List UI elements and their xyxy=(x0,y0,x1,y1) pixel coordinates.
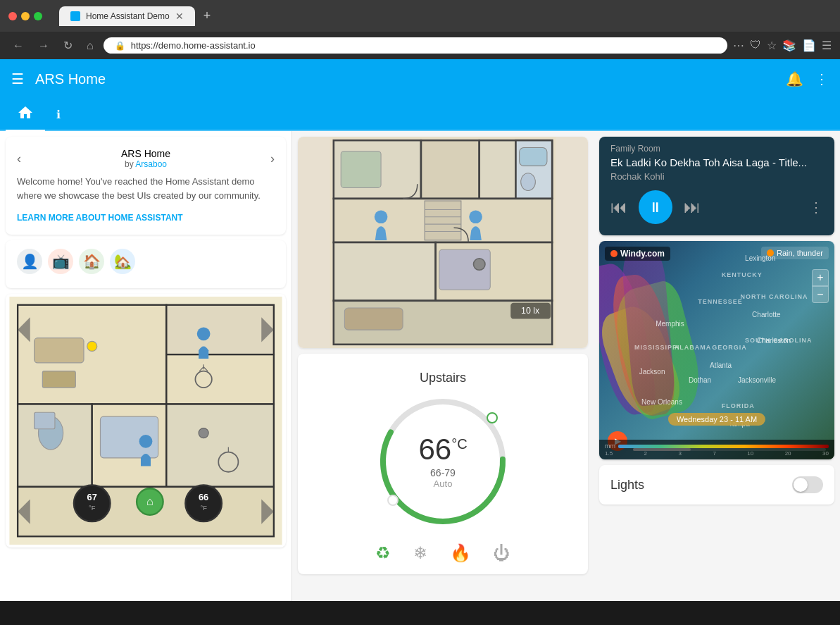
svg-point-54 xyxy=(375,210,388,223)
lights-toggle[interactable] xyxy=(792,476,823,493)
svg-point-56 xyxy=(473,259,485,271)
svg-rect-44 xyxy=(520,148,547,166)
active-tab[interactable]: Home Assistant Demo ✕ xyxy=(59,6,195,26)
info-card: ‹ ARS Home by Arsaboo › Welcome home! Yo… xyxy=(6,137,286,235)
left-floorplan-svg: 66 °F 67 °F ⌂ xyxy=(8,297,283,545)
svg-point-55 xyxy=(469,210,482,223)
learn-more-link[interactable]: LEARN MORE ABOUT HOME ASSISTANT xyxy=(17,213,183,223)
svg-rect-46 xyxy=(341,151,381,188)
topbar-actions: 🔔 ⋮ xyxy=(786,70,829,87)
nav-next-button[interactable]: › xyxy=(270,151,275,166)
close-window-button[interactable] xyxy=(8,12,17,20)
svg-text:⌂: ⌂ xyxy=(146,495,153,507)
region-georgia: GEORGIA xyxy=(712,344,747,351)
media-dashboard-icon[interactable]: 📺 xyxy=(48,249,73,274)
region-florida: FLORIDA xyxy=(722,402,755,409)
window-controls xyxy=(8,12,42,20)
svg-point-45 xyxy=(521,173,536,191)
thermostat-off-button[interactable]: ⏻ xyxy=(494,543,510,563)
dashboard-icon-list: 👤 📺 🏠 🏡 xyxy=(17,246,275,277)
city-lexington: Lexington xyxy=(745,254,775,262)
middle-panel: 10 lx Upstairs xyxy=(292,131,594,601)
city-charleston: Charleston xyxy=(757,337,791,345)
svg-point-62 xyxy=(487,413,497,423)
floorplan-image: 10 lx xyxy=(298,137,588,348)
media-play-pause-button[interactable]: ⏸ xyxy=(639,190,672,224)
hamburger-menu-button[interactable]: ☰ xyxy=(11,70,24,87)
windy-text: Windy.com xyxy=(620,249,665,259)
app: ☰ ARS Home 🔔 ⋮ ℹ ‹ ARS Home by Arsaboo xyxy=(0,59,840,601)
reload-button[interactable]: ↻ xyxy=(59,36,77,55)
home-dashboard-icon xyxy=(17,104,34,121)
windy-dot-icon xyxy=(610,250,618,257)
bookmarks-panel-icon[interactable]: 📚 xyxy=(782,39,796,52)
svg-point-15 xyxy=(87,341,97,351)
bookmark-icon[interactable]: ☆ xyxy=(767,39,777,52)
svg-text:°F: °F xyxy=(89,505,96,512)
svg-text:°F: °F xyxy=(200,505,207,512)
tab-home[interactable] xyxy=(6,99,45,130)
tab-info[interactable]: ℹ xyxy=(45,99,72,130)
legend-values: 1.5 2 3 7 10 20 30 xyxy=(605,450,829,457)
home-shield-dashboard-icon[interactable]: 🏠 xyxy=(79,249,104,274)
svg-rect-37 xyxy=(421,140,479,199)
region-nc: NORTH CAROLINA xyxy=(740,293,808,300)
new-tab-button[interactable]: + xyxy=(198,6,217,26)
person-dashboard-icon[interactable]: 👤 xyxy=(17,249,42,274)
right-panel: Family Room Ek Ladki Ko Dekha Toh Aisa L… xyxy=(594,131,840,601)
svg-point-16 xyxy=(199,428,208,438)
media-controls: ⏮ ⏸ ⏭ ⋮ xyxy=(599,190,834,235)
thermostat-cool-button[interactable]: ❄ xyxy=(413,543,427,563)
more-options-icon[interactable]: ⋮ xyxy=(815,70,829,87)
region-kentucky: KENTUCKY xyxy=(722,271,763,278)
toggle-knob xyxy=(794,478,808,492)
author-link[interactable]: Arsaboo xyxy=(135,159,167,169)
address-bar[interactable]: 🔒 https://demo.home-assistant.io xyxy=(104,37,727,54)
minimize-window-button[interactable] xyxy=(21,12,30,20)
thermostat-heat-button[interactable]: 🔥 xyxy=(450,543,471,563)
city-charlotte: Charlotte xyxy=(752,311,781,318)
extensions-icon[interactable]: ⋯ xyxy=(733,39,744,52)
reader-icon[interactable]: 📄 xyxy=(802,39,816,52)
city-jackson: Jackson xyxy=(639,368,665,376)
browser-chrome: Home Assistant Demo ✕ + ← → ↻ ⌂ 🔒 https:… xyxy=(0,0,840,59)
media-next-button[interactable]: ⏭ xyxy=(684,197,701,217)
svg-rect-48 xyxy=(425,201,461,240)
weather-map: Windy.com Rain, thunder + − Lexington KE xyxy=(599,241,834,459)
browser-toolbar: ⋯ 🛡 ☆ 📚 📄 ☰ xyxy=(733,39,832,52)
legend-gradient xyxy=(618,445,829,448)
weather-legend: mm 1.5 2 3 7 10 20 30 xyxy=(599,440,834,459)
legend-unit: mm xyxy=(605,443,615,450)
notifications-icon[interactable]: 🔔 xyxy=(786,70,803,87)
tab-title: Home Assistant Demo xyxy=(86,11,170,21)
svg-point-61 xyxy=(388,495,398,505)
svg-rect-5 xyxy=(166,354,274,404)
menu-icon[interactable]: ☰ xyxy=(822,39,832,52)
svg-rect-53 xyxy=(344,308,403,330)
thermostat-eco-button[interactable]: ♻ xyxy=(375,543,391,563)
nav-prev-button[interactable]: ‹ xyxy=(17,151,21,166)
title-bar: Home Assistant Demo ✕ + xyxy=(0,0,840,32)
tab-favicon xyxy=(70,11,80,21)
lights-title: Lights xyxy=(610,478,644,493)
maximize-window-button[interactable] xyxy=(34,12,42,20)
browser-nav: ← → ↻ ⌂ 🔒 https://demo.home-assistant.io… xyxy=(0,32,840,59)
city-jacksonville: Jacksonville xyxy=(738,376,776,384)
weather-map-card: Windy.com Rain, thunder + − Lexington KE xyxy=(599,241,834,459)
tabs-bar: ℹ xyxy=(0,99,840,131)
back-button[interactable]: ← xyxy=(8,37,28,55)
shield-icon[interactable]: 🛡 xyxy=(750,39,761,52)
svg-rect-41 xyxy=(334,242,436,301)
media-more-button[interactable]: ⋮ xyxy=(809,199,823,216)
forward-button[interactable]: → xyxy=(34,37,54,55)
city-memphis: Memphis xyxy=(656,320,684,328)
svg-text:10 lx: 10 lx xyxy=(521,306,540,316)
home-button[interactable]: ⌂ xyxy=(82,37,98,55)
media-prev-button[interactable]: ⏮ xyxy=(610,197,627,217)
svg-rect-6 xyxy=(166,404,274,487)
tab-close-button[interactable]: ✕ xyxy=(175,11,184,22)
lights-card: Lights xyxy=(599,465,834,505)
home-blue-dashboard-icon[interactable]: 🏡 xyxy=(110,249,135,274)
zoom-out-button[interactable]: − xyxy=(812,286,829,303)
zoom-in-button[interactable]: + xyxy=(812,269,829,286)
